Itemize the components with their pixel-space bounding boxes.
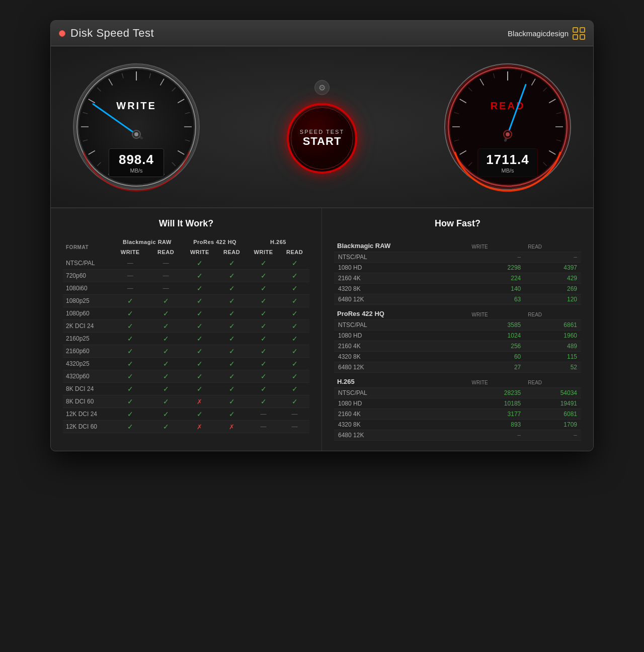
check-icon: ✓ — [292, 385, 298, 393]
pro-read-header: READ — [216, 247, 247, 257]
cross-icon: ✗ — [229, 423, 234, 431]
check-icon: ✓ — [127, 385, 133, 393]
check-icon: ✓ — [292, 372, 298, 380]
will-work-row: 1080i60——✓✓✓✓ — [63, 282, 309, 295]
center-controls: SPEED TEST START — [287, 80, 357, 174]
check-icon: ✓ — [261, 360, 267, 368]
app-window: Disk Speed Test Blackmagicdesign — [50, 20, 594, 451]
check-icon: ✓ — [229, 322, 235, 330]
check-icon: ✓ — [229, 272, 235, 280]
will-work-row: 4320p60✓✓✓✓✓✓ — [63, 370, 309, 383]
dash-icon: — — [261, 411, 267, 418]
check-icon: ✓ — [261, 259, 267, 267]
will-it-work-table: FORMAT Blackmagic RAW ProRes 422 HQ H.26… — [63, 237, 309, 433]
how-fast-table: Blackmagic RAWWRITEREADNTSC/PAL––1080 HD… — [334, 237, 581, 441]
check-icon: ✓ — [127, 322, 133, 330]
will-work-row: 12K DCI 60✓✓✗✗—— — [63, 421, 309, 433]
how-fast-panel: How Fast? Blackmagic RAWWRITEREADNTSC/PA… — [322, 208, 593, 451]
read-gauge-container: READ 1711.4 MB/s — [442, 61, 573, 192]
read-value: 1711.4 — [486, 152, 529, 168]
how-fast-row: 2160 4K31776081 — [334, 409, 581, 420]
check-icon: ✓ — [229, 259, 235, 267]
h265-header: H.265 — [247, 237, 309, 247]
how-fast-row: NTSC/PAL–– — [334, 252, 581, 263]
settings-icon[interactable] — [314, 80, 330, 95]
check-icon: ✓ — [197, 372, 203, 380]
will-it-work-panel: Will It Work? FORMAT Blackmagic RAW ProR… — [51, 208, 322, 451]
how-fast-row: 1080 HD1018519491 — [334, 398, 581, 409]
brand-icon-dot-1 — [573, 27, 578, 33]
will-work-row: NTSC/PAL——✓✓✓✓ — [63, 257, 309, 270]
title-bar: Disk Speed Test Blackmagicdesign — [51, 21, 593, 46]
how-fast-row: 1080 HD22984397 — [334, 263, 581, 273]
check-icon: ✓ — [261, 322, 267, 330]
check-icon: ✓ — [197, 360, 203, 368]
close-button[interactable] — [59, 30, 65, 37]
how-fast-row: 6480 12K63120 — [334, 294, 581, 305]
check-icon: ✓ — [261, 385, 267, 393]
app-title: Disk Speed Test — [70, 27, 154, 40]
will-work-row: 4320p25✓✓✓✓✓✓ — [63, 358, 309, 370]
how-fast-row: 4320 8K8931709 — [334, 420, 581, 430]
start-button[interactable]: SPEED TEST START — [287, 103, 357, 174]
results-section: Will It Work? FORMAT Blackmagic RAW ProR… — [51, 207, 593, 451]
will-it-work-title: Will It Work? — [63, 218, 309, 229]
check-icon: ✓ — [292, 284, 298, 292]
check-icon: ✓ — [163, 423, 169, 431]
check-icon: ✓ — [292, 360, 298, 368]
check-icon: ✓ — [163, 322, 169, 330]
how-fast-title: How Fast? — [334, 218, 581, 229]
check-icon: ✓ — [163, 397, 169, 405]
check-icon: ✓ — [292, 297, 298, 305]
will-work-row: 2160p25✓✓✓✓✓✓ — [63, 333, 309, 345]
check-icon: ✓ — [163, 347, 169, 355]
how-fast-section-header: H.265WRITEREAD — [334, 373, 581, 388]
check-icon: ✓ — [127, 347, 133, 355]
how-fast-row: 1080 HD10241960 — [334, 331, 581, 341]
check-icon: ✓ — [127, 397, 133, 405]
check-icon: ✓ — [197, 309, 203, 317]
start-button-line2: START — [303, 135, 342, 148]
write-gauge: WRITE 898.4 MB/s — [71, 61, 202, 192]
check-icon: ✓ — [261, 347, 267, 355]
how-fast-row: 6480 12K2752 — [334, 362, 581, 373]
check-icon: ✓ — [292, 259, 298, 267]
h265-write-header: WRITE — [247, 247, 280, 257]
check-icon: ✓ — [197, 297, 203, 305]
check-icon: ✓ — [127, 423, 133, 431]
format-col-header: FORMAT — [63, 237, 111, 257]
check-icon: ✓ — [292, 272, 298, 280]
braw-read-header: READ — [149, 247, 183, 257]
write-value: 898.4 — [117, 152, 155, 168]
dash-icon: — — [163, 260, 169, 267]
check-icon: ✓ — [229, 410, 235, 418]
check-icon: ✓ — [229, 385, 235, 393]
dash-icon: — — [261, 423, 267, 430]
h265-read-header: READ — [280, 247, 309, 257]
check-icon: ✓ — [261, 309, 267, 317]
check-icon: ✓ — [261, 335, 267, 343]
will-work-row: 8K DCI 60✓✓✗✓✓✓ — [63, 395, 309, 408]
check-icon: ✓ — [292, 322, 298, 330]
check-icon: ✓ — [127, 360, 133, 368]
check-icon: ✓ — [229, 284, 235, 292]
braw-header: Blackmagic RAW — [111, 237, 183, 247]
check-icon: ✓ — [163, 335, 169, 343]
check-icon: ✓ — [229, 397, 235, 405]
title-bar-left: Disk Speed Test — [59, 27, 154, 40]
prores-header: ProRes 422 HQ — [183, 237, 247, 247]
read-value-box: 1711.4 MB/s — [477, 148, 538, 177]
check-icon: ✓ — [197, 322, 203, 330]
brand-icon — [573, 27, 585, 40]
how-fast-row: 4320 8K60115 — [334, 352, 581, 362]
check-icon: ✓ — [229, 309, 235, 317]
will-work-row: 1080p25✓✓✓✓✓✓ — [63, 295, 309, 307]
how-fast-row: 2160 4K256489 — [334, 341, 581, 352]
check-icon: ✓ — [229, 372, 235, 380]
how-fast-row: 6480 12K–– — [334, 430, 581, 441]
brand-logo: Blackmagicdesign — [508, 27, 585, 40]
check-icon: ✓ — [127, 335, 133, 343]
check-icon: ✓ — [163, 309, 169, 317]
check-icon: ✓ — [261, 397, 267, 405]
dash-icon: — — [127, 272, 133, 279]
